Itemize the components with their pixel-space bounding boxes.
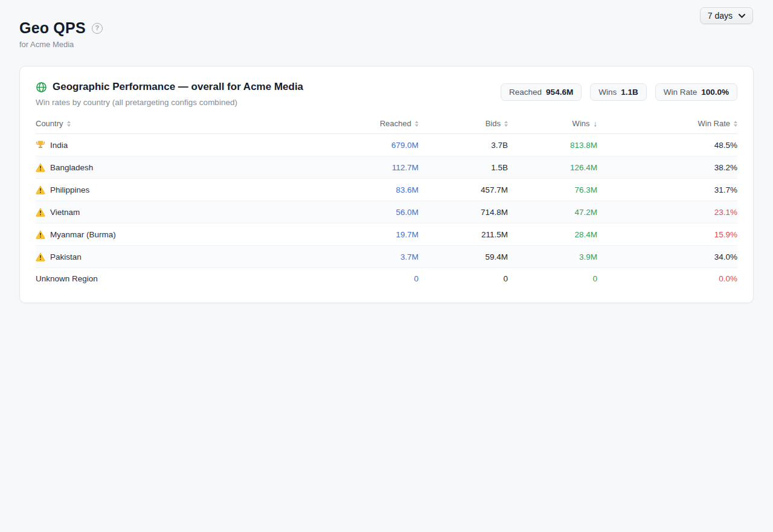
period-dropdown-value: 7 days [708,11,733,21]
bids-value: 59.4M [419,246,508,268]
sort-icon [504,121,508,127]
trophy-icon [36,140,45,150]
wins-value: 3.9M [508,246,597,268]
column-header-win-rate[interactable]: Win Rate↓ [597,115,737,134]
wins-value: 0 [508,268,597,290]
period-dropdown[interactable]: 7 days [700,7,753,24]
country-name: India [50,141,68,150]
country-name: Bangladesh [50,163,93,172]
warning-icon [36,185,45,194]
column-header-bids[interactable]: Bids↓ [419,115,508,134]
page-subtitle: for Acme Media [19,40,754,49]
country-name: Vietnam [50,208,80,217]
page-header: Geo QPS ? for Acme Media 7 days [0,0,773,49]
country-name: Philippines [50,185,89,194]
reached-value[interactable]: 19.7M [396,230,419,239]
warning-icon [36,252,45,261]
reached-value[interactable]: 0 [414,274,419,283]
bids-value: 1.5B [419,156,508,179]
column-header-wins[interactable]: Wins↓ [508,115,597,134]
warning-icon [36,207,45,217]
geo-table: Country↓ Reached↓ Bids↓ Wins↓ Win Rate↓ [36,115,737,289]
bids-value: 211.5M [419,223,508,246]
warning-icon [36,229,45,239]
win-rate-value: 23.1% [597,201,737,223]
help-icon[interactable]: ? [92,23,103,34]
stat-badge-win-rate: Win Rate 100.0% [655,83,737,101]
country-name: Myanmar (Burma) [50,230,116,239]
table-row: Unknown Region 0 0 0 0.0% [36,268,737,290]
wins-value: 126.4M [508,156,597,179]
win-rate-value: 15.9% [597,223,737,246]
reached-value[interactable]: 679.0M [391,141,419,150]
table-row: Vietnam 56.0M 714.8M 47.2M 23.1% [36,201,737,223]
table-row: Pakistan 3.7M 59.4M 3.9M 34.0% [36,246,737,268]
win-rate-value: 34.0% [597,246,737,268]
table-row: Bangladesh 112.7M 1.5B 126.4M 38.2% [36,156,737,179]
column-header-country[interactable]: Country↓ [36,115,328,134]
table-row: Philippines 83.6M 457.7M 76.3M 31.7% [36,179,737,201]
column-header-reached[interactable]: Reached↓ [328,115,419,134]
win-rate-value: 0.0% [597,268,737,290]
wins-value: 76.3M [508,179,597,201]
wins-value: 28.4M [508,223,597,246]
sort-icon [67,121,71,127]
win-rate-value: 38.2% [597,156,737,179]
chevron-down-icon [739,14,745,18]
bids-value: 714.8M [419,201,508,223]
summary-stats: Reached 954.6M Wins 1.1B Win Rate 100.0% [501,83,737,101]
wins-value: 47.2M [508,201,597,223]
bids-value: 457.7M [419,179,508,201]
country-name: Unknown Region [36,274,98,283]
table-body: India 679.0M 3.7B 813.8M 48.5% Banglades… [36,134,737,290]
warning-icon [36,162,45,172]
sort-icon [415,121,419,127]
stat-badge-reached: Reached 954.6M [501,83,582,101]
wins-value: 813.8M [508,134,597,156]
table-row: India 679.0M 3.7B 813.8M 48.5% [36,134,737,156]
win-rate-value: 48.5% [597,134,737,156]
country-name: Pakistan [50,252,82,261]
sort-desc-icon: ↓ [594,119,598,128]
page-title: Geo QPS [19,19,86,37]
globe-icon [36,82,47,93]
stat-badge-wins: Wins 1.1B [590,83,647,101]
bids-value: 3.7B [419,134,508,156]
bids-value: 0 [419,268,508,290]
win-rate-value: 31.7% [597,179,737,201]
reached-value[interactable]: 3.7M [400,252,419,261]
reached-value[interactable]: 112.7M [392,163,419,172]
geo-performance-card: Geographic Performance — overall for Acm… [19,66,754,303]
reached-value[interactable]: 83.6M [396,185,419,194]
reached-value[interactable]: 56.0M [396,208,419,217]
table-row: Myanmar (Burma) 19.7M 211.5M 28.4M 15.9% [36,223,737,246]
card-subtitle: Win rates by country (all pretargeting c… [36,98,303,107]
card-title: Geographic Performance — overall for Acm… [53,81,303,93]
sort-icon [734,121,737,127]
